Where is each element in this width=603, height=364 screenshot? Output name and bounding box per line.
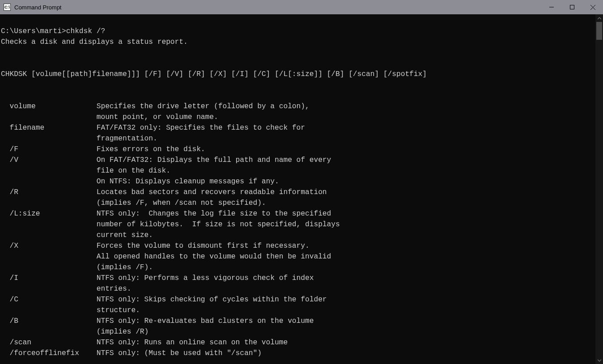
svg-rect-1 xyxy=(570,5,574,9)
close-button[interactable] xyxy=(582,0,603,14)
scroll-down-icon[interactable] xyxy=(595,356,603,364)
maximize-button[interactable] xyxy=(562,0,582,14)
scrollbar-track[interactable] xyxy=(595,22,603,356)
window-title: Command Prompt xyxy=(14,4,61,11)
console-body: C:\Users\marti>chkdsk /? Checks a disk a… xyxy=(0,14,603,364)
scroll-up-icon[interactable] xyxy=(595,14,603,22)
window-controls xyxy=(541,0,603,14)
vertical-scrollbar[interactable] xyxy=(595,14,603,364)
app-icon: C:\ xyxy=(4,4,11,11)
title-bar[interactable]: C:\ Command Prompt xyxy=(0,0,603,14)
minimize-button[interactable] xyxy=(541,0,562,14)
scrollbar-thumb[interactable] xyxy=(596,22,602,40)
console-output[interactable]: C:\Users\marti>chkdsk /? Checks a disk a… xyxy=(0,14,595,364)
